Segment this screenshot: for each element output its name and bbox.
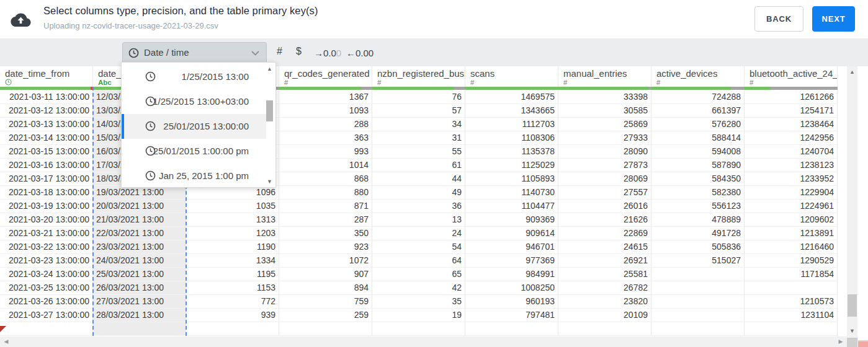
table-cell[interactable]: 23/03/2021 13:00 <box>93 240 186 254</box>
table-cell[interactable]: 24615 <box>558 240 651 254</box>
table-cell[interactable]: 1105893 <box>465 172 558 186</box>
table-cell[interactable]: 2021-03-14 13:00:00 <box>0 131 93 145</box>
scroll-left-icon[interactable]: ◀ <box>2 338 11 346</box>
table-cell[interactable]: 1367 <box>279 90 372 104</box>
table-cell[interactable]: 1210573 <box>745 295 838 309</box>
table-cell[interactable]: 76 <box>372 90 465 104</box>
table-cell[interactable]: 1238464 <box>745 118 838 131</box>
date-format-option[interactable]: 1/25/2015 13:00+03:00 <box>122 89 266 114</box>
table-cell[interactable]: 42 <box>372 281 465 295</box>
table-cell[interactable]: 24 <box>372 227 465 240</box>
table-cell[interactable]: 1213891 <box>745 227 838 240</box>
table-cell[interactable]: 1254171 <box>745 104 838 118</box>
table-cell[interactable]: 1469575 <box>465 90 558 104</box>
menu-scroll-down-icon[interactable]: ▼ <box>265 177 274 186</box>
table-cell[interactable]: 1216460 <box>745 240 838 254</box>
table-cell[interactable]: 26782 <box>558 281 651 295</box>
table-cell[interactable]: 24/03/2021 13:00 <box>93 254 186 268</box>
table-cell[interactable]: 2021-03-21 13:00:00 <box>0 227 93 240</box>
column-header[interactable]: qr_codes_generated# <box>279 66 372 87</box>
table-cell[interactable]: 1190 <box>186 240 279 254</box>
type-select-dropdown[interactable]: Date / time <box>122 42 267 63</box>
table-cell[interactable]: 65 <box>372 268 465 281</box>
table-cell[interactable]: 478889 <box>651 213 745 227</box>
table-cell[interactable]: 1203 <box>186 227 279 240</box>
table-cell[interactable]: 2021-03-24 13:00:00 <box>0 268 93 281</box>
table-cell[interactable]: 55 <box>372 145 465 159</box>
table-cell[interactable]: 44 <box>372 172 465 186</box>
table-cell[interactable]: 21/03/2021 13:00 <box>93 213 186 227</box>
decimal-increase-button[interactable]: →0.00 <box>314 48 341 58</box>
table-cell[interactable]: 907 <box>279 268 372 281</box>
table-cell[interactable]: 363 <box>279 131 372 145</box>
date-format-option[interactable]: 1/25/2015 13:00 <box>122 64 266 89</box>
column-header[interactable]: scans# <box>465 66 558 87</box>
table-cell[interactable] <box>186 322 279 336</box>
table-cell[interactable]: 1125029 <box>465 159 558 172</box>
decimal-decrease-button[interactable]: ←0.00 <box>346 48 374 58</box>
table-cell[interactable]: 36 <box>372 200 465 213</box>
table-cell[interactable] <box>651 295 745 309</box>
table-cell[interactable]: 2021-03-17 13:00:00 <box>0 172 93 186</box>
table-cell[interactable] <box>651 322 745 336</box>
date-format-option[interactable]: 25/01/2015 1:00:00 pm <box>122 139 266 164</box>
table-cell[interactable]: 28090 <box>558 145 651 159</box>
table-cell[interactable]: 2021-03-16 13:00:00 <box>0 159 93 172</box>
table-cell[interactable]: 2021-03-11 13:00:00 <box>0 90 93 104</box>
table-cell[interactable] <box>372 322 465 336</box>
table-cell[interactable] <box>558 322 651 336</box>
table-cell[interactable]: 868 <box>279 172 372 186</box>
table-cell[interactable]: 25869 <box>558 118 651 131</box>
table-cell[interactable]: 1343665 <box>465 104 558 118</box>
menu-scroll-up-icon[interactable]: ▲ <box>265 64 274 73</box>
table-cell[interactable]: 880 <box>279 186 372 200</box>
currency-type-button[interactable]: $ <box>296 46 302 57</box>
date-format-option[interactable]: 25/01/2015 13:00:00 <box>122 114 266 139</box>
table-cell[interactable]: 984991 <box>465 268 558 281</box>
table-cell[interactable]: 2021-03-23 13:00:00 <box>0 254 93 268</box>
table-cell[interactable]: 1108306 <box>465 131 558 145</box>
vertical-scrollbar[interactable]: ▲ ▼ <box>847 66 857 336</box>
number-type-button[interactable]: # <box>277 46 282 57</box>
vertical-scroll-thumb[interactable] <box>848 294 857 317</box>
table-cell[interactable]: 960193 <box>465 295 558 309</box>
table-cell[interactable]: 661397 <box>651 104 745 118</box>
date-format-option[interactable]: Jan 25, 2015 1:00 pm <box>122 164 266 188</box>
table-cell[interactable] <box>651 268 745 281</box>
scroll-up-icon[interactable]: ▲ <box>847 68 857 76</box>
table-cell[interactable] <box>651 281 745 295</box>
table-cell[interactable]: 49 <box>372 186 465 200</box>
table-cell[interactable]: 30585 <box>558 104 651 118</box>
table-cell[interactable] <box>0 322 93 336</box>
table-cell[interactable] <box>279 322 372 336</box>
table-cell[interactable]: 2021-03-19 13:00:00 <box>0 200 93 213</box>
table-cell[interactable]: 26/03/2021 13:00 <box>93 281 186 295</box>
table-cell[interactable]: 724288 <box>651 90 745 104</box>
table-cell[interactable]: 2021-03-12 13:00:00 <box>0 104 93 118</box>
table-cell[interactable]: 27873 <box>558 159 651 172</box>
table-cell[interactable]: 939 <box>186 309 279 322</box>
menu-scrollbar[interactable]: ▲ ▼ <box>265 64 274 186</box>
table-cell[interactable]: 1153 <box>186 281 279 295</box>
table-cell[interactable]: 909369 <box>465 213 558 227</box>
table-cell[interactable]: 587890 <box>651 159 745 172</box>
table-cell[interactable]: 31 <box>372 131 465 145</box>
table-cell[interactable]: 1093 <box>279 104 372 118</box>
table-cell[interactable]: 25581 <box>558 268 651 281</box>
table-cell[interactable] <box>93 322 186 336</box>
scroll-down-icon[interactable]: ▼ <box>847 327 857 335</box>
column-header[interactable]: bluetooth_active_24_hr_# <box>745 66 838 87</box>
column-header[interactable]: manual_entries# <box>558 66 651 87</box>
table-cell[interactable]: 582380 <box>651 186 745 200</box>
table-cell[interactable]: 28/03/2021 13:00 <box>93 309 186 322</box>
table-cell[interactable]: 946701 <box>465 240 558 254</box>
table-cell[interactable] <box>745 281 838 295</box>
table-cell[interactable]: 1112703 <box>465 118 558 131</box>
table-cell[interactable]: 515027 <box>651 254 745 268</box>
table-cell[interactable]: 1334 <box>186 254 279 268</box>
table-cell[interactable]: 1135378 <box>465 145 558 159</box>
table-cell[interactable]: 61 <box>372 159 465 172</box>
table-cell[interactable]: 64 <box>372 254 465 268</box>
table-cell[interactable]: 1242956 <box>745 131 838 145</box>
table-cell[interactable]: 1140730 <box>465 186 558 200</box>
